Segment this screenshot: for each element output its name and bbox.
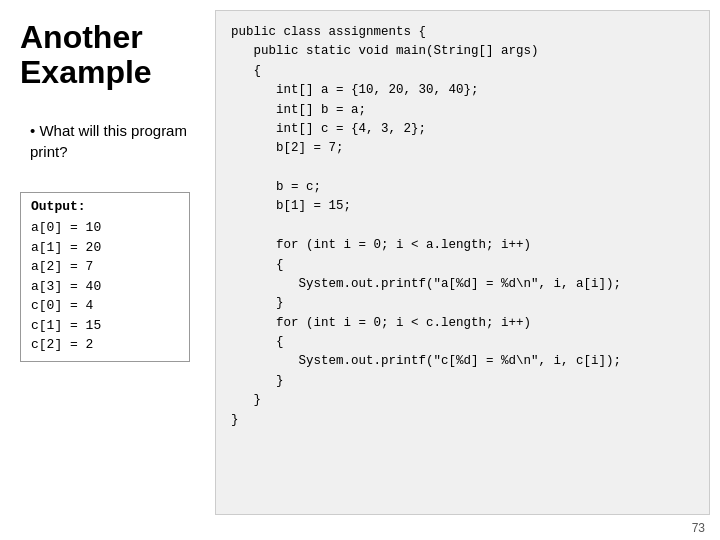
code-line-14: } — [231, 294, 694, 313]
code-line-1: public static void main(String[] args) — [231, 42, 694, 61]
code-line-11: for (int i = 0; i < a.length; i++) — [231, 236, 694, 255]
code-line-6: b[2] = 7; — [231, 139, 694, 158]
code-line-18: } — [231, 372, 694, 391]
code-line-10 — [231, 217, 694, 236]
code-line-0: public class assignments { — [231, 23, 694, 42]
code-line-19: } — [231, 391, 694, 410]
code-line-4: int[] b = a; — [231, 101, 694, 120]
slide-title: Another Example — [20, 20, 190, 90]
code-panel: public class assignments { public static… — [215, 10, 710, 515]
code-line-5: int[] c = {4, 3, 2}; — [231, 120, 694, 139]
output-line-0: a[0] = 10 — [31, 218, 179, 238]
output-label: Output: — [31, 199, 179, 214]
left-panel: Another Example What will this program p… — [0, 0, 210, 540]
output-line-6: c[2] = 2 — [31, 335, 179, 355]
output-line-4: c[0] = 4 — [31, 296, 179, 316]
code-line-12: { — [231, 256, 694, 275]
code-line-16: { — [231, 333, 694, 352]
page-number: 73 — [692, 521, 705, 535]
code-line-3: int[] a = {10, 20, 30, 40}; — [231, 81, 694, 100]
code-line-13: System.out.printf("a[%d] = %d\n", i, a[i… — [231, 275, 694, 294]
code-line-7 — [231, 159, 694, 178]
code-line-9: b[1] = 15; — [231, 197, 694, 216]
bullet-text: What will this program print? — [30, 120, 190, 162]
code-line-8: b = c; — [231, 178, 694, 197]
output-line-1: a[1] = 20 — [31, 238, 179, 258]
output-line-5: c[1] = 15 — [31, 316, 179, 336]
code-line-17: System.out.printf("c[%d] = %d\n", i, c[i… — [231, 352, 694, 371]
output-box: Output: a[0] = 10 a[1] = 20 a[2] = 7 a[3… — [20, 192, 190, 362]
code-line-15: for (int i = 0; i < c.length; i++) — [231, 314, 694, 333]
code-line-2: { — [231, 62, 694, 81]
code-line-20: } — [231, 411, 694, 430]
output-line-2: a[2] = 7 — [31, 257, 179, 277]
output-line-3: a[3] = 40 — [31, 277, 179, 297]
